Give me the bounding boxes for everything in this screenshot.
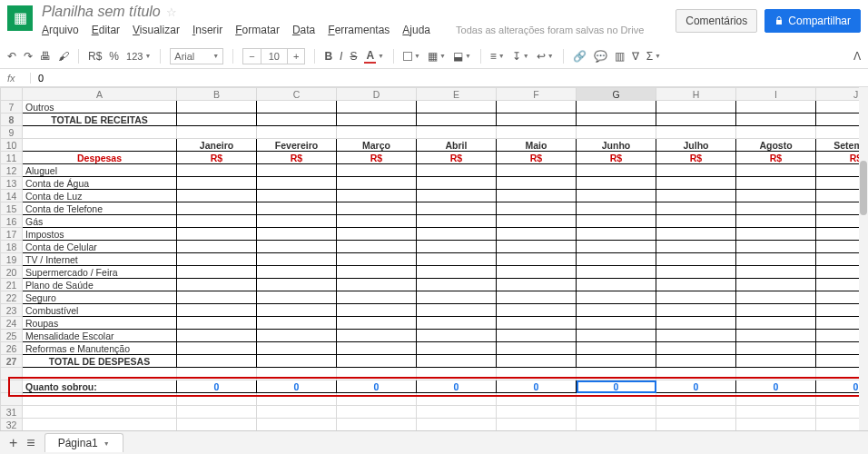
cell[interactable]	[177, 279, 257, 291]
cell[interactable]	[177, 253, 257, 266]
merge-button[interactable]: ⬓▼	[453, 50, 471, 63]
cell[interactable]	[177, 164, 257, 177]
cell[interactable]: R$	[497, 152, 577, 164]
cell[interactable]	[177, 304, 257, 317]
star-icon[interactable]: ☆	[166, 5, 177, 19]
cell[interactable]	[177, 266, 257, 279]
cell[interactable]	[577, 202, 656, 215]
menu-ferramentas[interactable]: Ferramentas	[328, 24, 390, 36]
cell[interactable]	[23, 368, 177, 380]
cell[interactable]: R$	[337, 152, 417, 164]
cell[interactable]	[577, 291, 656, 304]
cell[interactable]	[177, 177, 257, 190]
cell[interactable]	[656, 215, 736, 228]
cell[interactable]	[577, 177, 656, 190]
cell[interactable]	[177, 419, 257, 431]
cell[interactable]	[656, 101, 736, 114]
cell[interactable]	[656, 393, 736, 406]
row-header[interactable]: 19	[1, 253, 23, 266]
cell[interactable]	[417, 317, 497, 330]
cell[interactable]	[736, 215, 816, 228]
cell[interactable]	[417, 355, 497, 368]
cell[interactable]	[337, 253, 417, 266]
cell[interactable]	[656, 266, 736, 279]
cell[interactable]	[337, 304, 417, 317]
menu-arquivo[interactable]: Arquivo	[42, 24, 79, 36]
app-logo[interactable]: ▦	[7, 5, 33, 31]
cell[interactable]	[656, 253, 736, 266]
borders-button[interactable]: ▦▼	[428, 50, 446, 63]
cell[interactable]	[497, 177, 577, 190]
row-header[interactable]: 9	[1, 126, 23, 139]
cell[interactable]: Reformas e Manutenção	[23, 342, 177, 355]
cell[interactable]	[257, 317, 337, 330]
fill-color-button[interactable]: ▼	[403, 52, 420, 61]
functions-button[interactable]: Σ▼	[646, 50, 661, 63]
cell[interactable]	[417, 190, 497, 202]
cell[interactable]: Seguro	[23, 291, 177, 304]
cell[interactable]	[257, 406, 337, 419]
share-button[interactable]: Compartilhar	[764, 9, 861, 33]
row-header[interactable]: 27	[1, 355, 23, 368]
cell[interactable]: Impostos	[23, 228, 177, 241]
cell[interactable]	[577, 393, 656, 406]
col-header-E[interactable]: E	[417, 88, 497, 101]
size-decrease[interactable]: −	[243, 49, 260, 64]
col-header-C[interactable]: C	[257, 88, 337, 101]
insert-chart-button[interactable]: ▥	[615, 50, 625, 63]
cell[interactable]	[417, 291, 497, 304]
cell[interactable]	[337, 202, 417, 215]
cell[interactable]	[257, 355, 337, 368]
cell[interactable]	[656, 406, 736, 419]
size-increase[interactable]: +	[288, 49, 304, 64]
cell[interactable]	[656, 330, 736, 342]
font-select[interactable]: Arial▼	[170, 48, 223, 64]
cell[interactable]	[337, 342, 417, 355]
cell[interactable]	[337, 101, 417, 114]
cell[interactable]: 0	[257, 380, 337, 393]
row-header[interactable]: 14	[1, 190, 23, 202]
currency-button[interactable]: R$	[88, 50, 102, 63]
cell[interactable]	[497, 114, 577, 126]
cell[interactable]	[337, 177, 417, 190]
cell[interactable]	[257, 266, 337, 279]
cell[interactable]	[177, 330, 257, 342]
insert-link-button[interactable]: 🔗	[573, 50, 587, 63]
cell[interactable]	[497, 279, 577, 291]
sheet-tab[interactable]: Página1 ▼	[44, 433, 123, 452]
cell[interactable]: Aluguel	[23, 164, 177, 177]
cell[interactable]	[417, 228, 497, 241]
cell[interactable]	[177, 355, 257, 368]
cell[interactable]: Conta de Celular	[23, 241, 177, 253]
cell[interactable]	[417, 419, 497, 431]
cell[interactable]	[257, 228, 337, 241]
filter-button[interactable]: ∇	[632, 50, 639, 63]
cell[interactable]	[736, 393, 816, 406]
cell[interactable]	[656, 241, 736, 253]
cell[interactable]	[656, 114, 736, 126]
cell[interactable]	[257, 164, 337, 177]
cell[interactable]	[23, 406, 177, 419]
row-header[interactable]: 32	[1, 419, 23, 431]
cell[interactable]	[497, 317, 577, 330]
menu-inserir[interactable]: Inserir	[192, 24, 222, 36]
cell[interactable]	[656, 419, 736, 431]
cell[interactable]	[337, 126, 417, 139]
text-color-button[interactable]: A▼	[364, 49, 384, 64]
redo-button[interactable]: ↷	[24, 50, 33, 63]
cell[interactable]	[497, 291, 577, 304]
cell[interactable]: 0	[497, 380, 577, 393]
cell[interactable]	[177, 368, 257, 380]
cell[interactable]	[736, 164, 816, 177]
cell[interactable]	[736, 177, 816, 190]
cell[interactable]	[257, 291, 337, 304]
cell[interactable]	[577, 342, 656, 355]
cell[interactable]	[736, 279, 816, 291]
percent-button[interactable]: %	[109, 50, 119, 63]
cell[interactable]	[736, 342, 816, 355]
cell[interactable]	[577, 266, 656, 279]
paint-format-button[interactable]: 🖌	[58, 50, 69, 63]
row-header[interactable]: 21	[1, 279, 23, 291]
row-header[interactable]: 24	[1, 317, 23, 330]
cell[interactable]: Março	[337, 139, 417, 152]
